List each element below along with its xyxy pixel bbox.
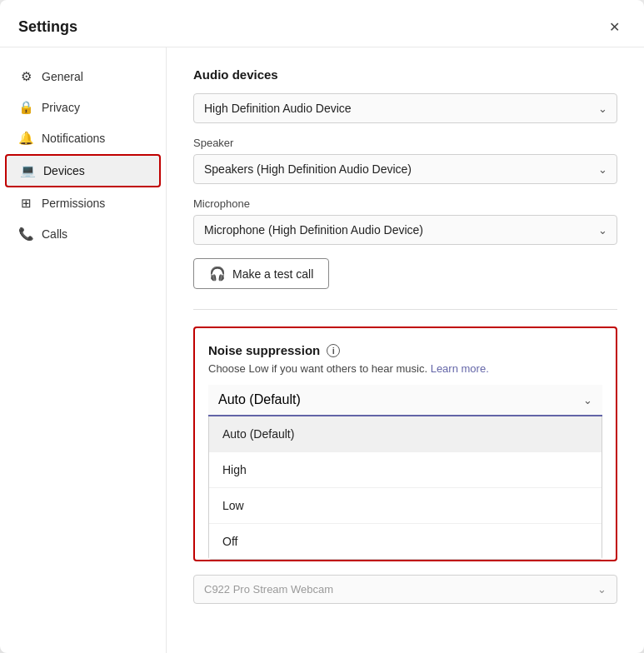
noise-option-auto[interactable]: Auto (Default) (209, 416, 602, 451)
audio-device-wrapper: High Definition Audio Device ⌄ (193, 93, 617, 123)
window-title: Settings (18, 18, 77, 36)
general-icon: ⚙ (18, 69, 33, 84)
speaker-label: Speaker (193, 137, 617, 149)
learn-more-link[interactable]: Learn more. (431, 362, 489, 375)
sidebar-label-privacy: Privacy (42, 101, 80, 114)
sidebar-label-permissions: Permissions (42, 197, 105, 210)
sidebar-item-privacy[interactable]: 🔒 Privacy (5, 92, 161, 122)
sidebar-item-calls[interactable]: 📞 Calls (5, 219, 161, 249)
noise-description: Choose Low if you want others to hear mu… (208, 362, 602, 375)
sidebar-item-notifications[interactable]: 🔔 Notifications (5, 123, 161, 153)
noise-info-icon[interactable]: i (327, 344, 340, 357)
noise-option-off[interactable]: Off (209, 523, 602, 559)
noise-option-low[interactable]: Low (209, 487, 602, 523)
test-call-button[interactable]: 🎧 Make a test call (193, 258, 329, 289)
sidebar-label-general: General (42, 70, 83, 83)
main-content: Audio devices High Definition Audio Devi… (167, 47, 644, 653)
speaker-wrapper: Speakers (High Definition Audio Device) … (193, 154, 617, 184)
sidebar-item-permissions[interactable]: ⊞ Permissions (5, 188, 161, 218)
noise-title: Noise suppression (208, 343, 320, 357)
content-area: ⚙ General 🔒 Privacy 🔔 Notifications 💻 De… (0, 47, 644, 653)
noise-option-high[interactable]: High (209, 451, 602, 487)
sidebar-label-calls: Calls (42, 227, 67, 241)
audio-device-select[interactable]: High Definition Audio Device (193, 93, 617, 123)
noise-chevron-icon: ⌄ (583, 394, 592, 406)
sidebar: ⚙ General 🔒 Privacy 🔔 Notifications 💻 De… (0, 47, 167, 653)
title-bar: Settings ✕ (0, 0, 644, 47)
test-call-label: Make a test call (232, 267, 313, 281)
webcam-select[interactable]: C922 Pro Stream Webcam ⌄ (193, 575, 617, 604)
sidebar-label-devices: Devices (43, 164, 85, 177)
test-call-icon: 🎧 (209, 266, 226, 282)
section-divider (193, 309, 617, 310)
audio-section-title: Audio devices (193, 67, 617, 82)
notifications-icon: 🔔 (18, 131, 33, 146)
settings-window: Settings ✕ ⚙ General 🔒 Privacy 🔔 Notific… (0, 0, 644, 653)
noise-dropdown-active[interactable]: Auto (Default) ⌄ (208, 385, 602, 416)
privacy-icon: 🔒 (18, 100, 33, 115)
microphone-wrapper: Microphone (High Definition Audio Device… (193, 215, 617, 245)
noise-title-row: Noise suppression i (208, 343, 602, 357)
webcam-section: C922 Pro Stream Webcam ⌄ (193, 575, 617, 604)
sidebar-item-general[interactable]: ⚙ General (5, 62, 161, 92)
permissions-icon: ⊞ (18, 196, 33, 211)
sidebar-label-notifications: Notifications (42, 132, 105, 145)
speaker-select[interactable]: Speakers (High Definition Audio Device) (193, 154, 617, 184)
noise-suppression-section: Noise suppression i Choose Low if you wa… (193, 326, 617, 561)
calls-icon: 📞 (18, 227, 33, 242)
webcam-chevron: ⌄ (597, 583, 607, 596)
noise-dropdown-menu: Auto (Default) High Low Off (208, 416, 602, 560)
noise-selected-value: Auto (Default) (218, 392, 301, 407)
microphone-label: Microphone (193, 197, 617, 210)
sidebar-item-devices[interactable]: 💻 Devices (5, 154, 161, 187)
webcam-value: C922 Pro Stream Webcam (204, 583, 333, 596)
microphone-select[interactable]: Microphone (High Definition Audio Device… (193, 215, 617, 245)
close-button[interactable]: ✕ (602, 15, 626, 38)
devices-icon: 💻 (20, 163, 35, 178)
